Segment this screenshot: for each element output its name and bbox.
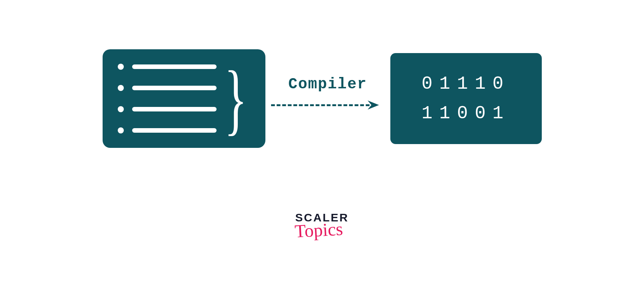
line-placeholder <box>132 64 217 69</box>
scaler-topics-logo: SCALER Topics <box>295 212 349 238</box>
bullet-icon <box>118 106 124 112</box>
line-placeholder <box>132 86 217 90</box>
binary-line: 11001 <box>421 103 510 124</box>
binary-line: 01110 <box>421 74 510 94</box>
logo-sub-text: Topics <box>294 221 343 240</box>
source-line <box>118 127 217 133</box>
dashed-arrow-line <box>271 104 370 106</box>
arrow-head-icon <box>368 99 381 112</box>
line-placeholder <box>132 128 217 133</box>
closing-brace-icon: } <box>224 63 247 135</box>
bullet-icon <box>118 64 124 70</box>
compiler-arrow-section: Compiler <box>271 72 385 125</box>
source-lines-list <box>118 50 217 147</box>
line-placeholder <box>132 107 217 111</box>
source-line <box>118 85 217 91</box>
compiler-diagram: } Compiler 01110 11001 <box>0 49 644 148</box>
source-line <box>118 64 217 70</box>
bullet-icon <box>118 127 124 133</box>
bullet-icon <box>118 85 124 91</box>
source-line <box>118 106 217 112</box>
source-code-box: } <box>103 49 265 148</box>
compiler-label: Compiler <box>288 76 367 93</box>
binary-output-box: 01110 11001 <box>390 53 542 144</box>
